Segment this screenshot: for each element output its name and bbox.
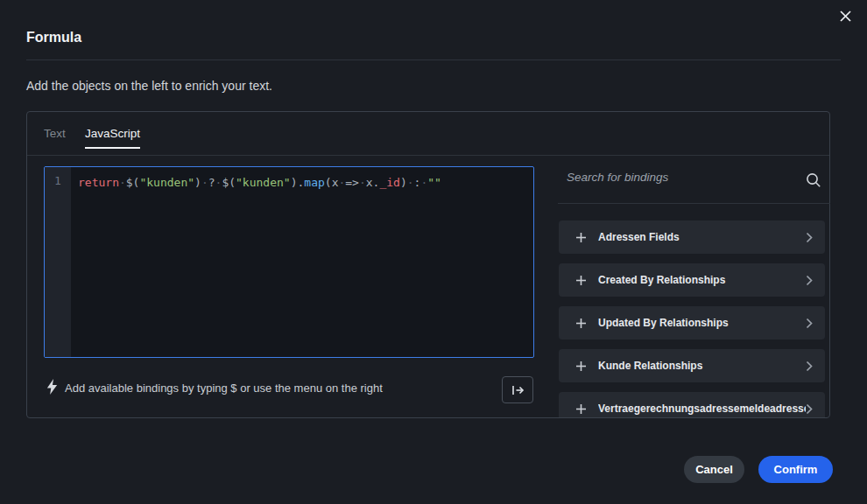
- code-token: return: [78, 176, 119, 189]
- binding-category-vertraegerechnungsadressemeldeadresse[interactable]: Vertraegerechnungsadressemeldeadresse: [559, 392, 825, 417]
- plus-icon: [575, 275, 587, 286]
- close-button[interactable]: [832, 4, 858, 28]
- code-token: (x: [325, 176, 339, 189]
- active-tab-underline: [85, 147, 140, 149]
- binding-panel: Text JavaScript 1 return·$("kunden")·?·$…: [26, 111, 830, 418]
- code-token: ).: [291, 176, 305, 189]
- category-label: Created By Relationships: [598, 274, 806, 286]
- category-label: Updated By Relationships: [598, 317, 806, 329]
- modal-subtitle: Add the objects on the left to enrich yo…: [26, 79, 272, 93]
- plus-icon: [575, 403, 587, 415]
- code-token: ): [194, 176, 201, 189]
- chevron-right-icon: [806, 232, 813, 243]
- category-label: Kunde Relationships: [598, 360, 806, 372]
- open-panel-icon: [511, 383, 525, 397]
- code-editor[interactable]: 1 return·$("kunden")·?·$("kunden").map(x…: [44, 166, 534, 358]
- chevron-right-icon: [806, 275, 813, 286]
- code-line[interactable]: return·$("kunden")·?·$("kunden").map(x·=…: [78, 174, 441, 192]
- code-token: "kunden": [139, 176, 194, 189]
- code-token: "": [427, 176, 441, 189]
- binding-category-kunde-relationships[interactable]: Kunde Relationships: [559, 349, 825, 382]
- binding-category-created-by-relationships[interactable]: Created By Relationships: [559, 263, 825, 297]
- code-token: x.: [366, 176, 380, 189]
- code-token: =>: [345, 176, 359, 189]
- plus-icon: [575, 232, 587, 243]
- code-token: ·: [119, 176, 126, 189]
- bindings-sidebar: Adressen Fields Created By Relationships…: [558, 156, 830, 417]
- code-token: ?: [208, 176, 215, 189]
- code-token: ·: [407, 176, 414, 189]
- category-label: Vertraegerechnungsadressemeldeadresse: [598, 402, 806, 415]
- code-token: _id: [379, 176, 399, 189]
- tab-javascript[interactable]: JavaScript: [85, 127, 140, 140]
- code-token: map: [304, 176, 324, 189]
- code-token: $(: [126, 176, 140, 189]
- side-panel-toggle-button[interactable]: [502, 376, 533, 403]
- code-token: "kunden": [236, 176, 291, 189]
- category-label: Adressen Fields: [598, 231, 806, 243]
- binding-category-adressen-fields[interactable]: Adressen Fields: [559, 220, 825, 254]
- code-token: ): [400, 176, 407, 189]
- cancel-button[interactable]: Cancel: [684, 456, 744, 483]
- code-token: ·: [359, 176, 366, 189]
- search-divider: [558, 203, 830, 204]
- search-input[interactable]: [567, 164, 796, 189]
- code-token: $(: [222, 176, 236, 189]
- binding-category-updated-by-relationships[interactable]: Updated By Relationships: [559, 306, 825, 340]
- chevron-right-icon: [806, 403, 813, 415]
- tab-text[interactable]: Text: [44, 127, 66, 140]
- chevron-right-icon: [806, 318, 813, 329]
- editor-gutter: [45, 167, 71, 357]
- line-number: 1: [45, 174, 71, 187]
- lightning-icon: [46, 379, 59, 395]
- search-icon[interactable]: [806, 172, 821, 188]
- chevron-right-icon: [806, 360, 813, 372]
- close-icon: [839, 10, 852, 23]
- page-title: Formula: [26, 30, 81, 46]
- plus-icon: [575, 360, 587, 372]
- bindings-hint: Add available bindings by typing $ or us…: [65, 382, 383, 395]
- confirm-button[interactable]: Confirm: [758, 456, 833, 483]
- plus-icon: [575, 318, 587, 329]
- code-token: ·: [201, 176, 208, 189]
- title-divider: [26, 60, 841, 60]
